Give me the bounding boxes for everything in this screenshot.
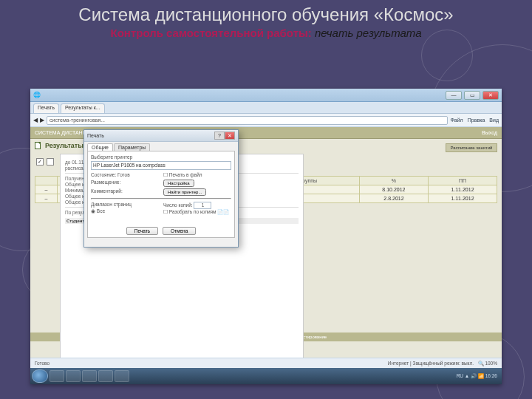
taskbar-icon[interactable] [50, 370, 64, 382]
range-all-radio[interactable]: ◉ Все [91, 208, 159, 214]
print-to-file-checkbox[interactable]: ☐ Печать в файл [163, 172, 231, 178]
table-header: % [359, 177, 428, 185]
dialog-tabs: Общие Параметры [84, 142, 238, 151]
find-printer-button[interactable]: Найти принтер... [163, 188, 206, 196]
checkbox[interactable]: ✓ [36, 158, 44, 166]
printer-select[interactable]: HP LaserJet P1005 на compclass [91, 161, 231, 170]
subtitle-italic: печать результата [312, 27, 422, 39]
menu-item[interactable]: Вид [489, 117, 499, 123]
browser-tab[interactable]: Печать [33, 103, 59, 113]
browser-menu: Файл Правка Вид [450, 117, 499, 123]
window-icon: 🌐 [33, 92, 41, 98]
slide-subtitle: Контроль самостоятельной работы: печать … [0, 27, 532, 44]
status-left: Готово [35, 361, 50, 366]
taskbar-icon[interactable] [82, 370, 97, 382]
checkbox[interactable] [47, 158, 54, 166]
taskbar: RU ▲ 🔊 📶 16:26 [30, 368, 502, 384]
zoom-level[interactable]: 100% [485, 361, 497, 366]
table-header: ПП [428, 177, 497, 185]
comment-row: Комментарий: [91, 188, 159, 196]
status-row: Состояние: Готов [91, 172, 159, 178]
dialog-title: Печать [87, 133, 214, 138]
subtitle-red: Контроль самостоятельной работы: [111, 27, 312, 39]
copies-label: Число копий: [163, 202, 193, 208]
dialog-help-button[interactable]: ? [214, 132, 225, 140]
dialog-titlebar: Печать ? ✕ [84, 130, 238, 142]
status-right: Интернет | Защищённый режим: выкл. 🔍 100… [388, 361, 497, 366]
cancel-button[interactable]: Отмена [163, 227, 196, 235]
dialog-body: Выберите принтер HP LaserJet P1005 на co… [87, 151, 235, 238]
address-input[interactable]: система-тренинговая... [47, 116, 448, 125]
schedule-button[interactable]: Расписание занятий [446, 143, 497, 152]
browser-status-bar: Готово Интернет | Защищённый режим: выкл… [30, 358, 502, 368]
dialog-tab-general[interactable]: Общие [87, 143, 113, 151]
logout-link[interactable]: Выход [482, 130, 497, 135]
close-button[interactable]: ✕ [482, 91, 499, 100]
table-cell: 2.8.2012 [359, 194, 428, 203]
menu-item[interactable]: Файл [450, 117, 463, 123]
browser-tab[interactable]: Результаты к... [61, 103, 105, 113]
table-cell: 1.11.2012 [428, 185, 497, 194]
taskbar-icon[interactable] [66, 370, 81, 382]
address-bar-row: ◀ ▶ система-тренинговая... Файл Правка В… [30, 114, 502, 127]
copies-input[interactable]: 1 [194, 202, 211, 209]
table-header [35, 177, 58, 185]
print-button[interactable]: Печать [126, 227, 158, 235]
forward-button[interactable]: ▶ [40, 117, 44, 123]
table-cell: 1.11.2012 [428, 194, 497, 203]
slide-title: Система дистанционного обучения «Космос» [0, 0, 532, 27]
start-button[interactable] [32, 369, 48, 383]
table-cell: 8.10.2012 [359, 185, 428, 194]
collate-checkbox[interactable]: ☐ Разобрать по копиям 📄📄 [163, 209, 231, 215]
taskbar-icon[interactable] [115, 370, 129, 382]
printer-label: Выберите принтер [91, 154, 231, 160]
security-mode: Интернет | Защищённый режим: выкл. [388, 361, 474, 366]
range-label: Диапазон страниц [91, 202, 159, 207]
minimize-button[interactable]: — [446, 91, 462, 100]
back-button[interactable]: ◀ [33, 117, 38, 123]
browser-tabs: Печать Результаты к... [30, 102, 502, 114]
dialog-tab-options[interactable]: Параметры [114, 143, 150, 151]
maximize-button[interactable]: ▭ [464, 91, 480, 100]
document-icon [35, 142, 41, 149]
table-cell: – [35, 185, 58, 194]
dialog-close-button[interactable]: ✕ [225, 132, 235, 140]
menu-item[interactable]: Правка [468, 117, 485, 123]
settings-button[interactable]: Настройка [163, 180, 194, 187]
screenshot-window: 🌐 — ▭ ✕ Печать Результаты к... ◀ ▶ систе… [30, 89, 502, 384]
print-dialog: Печать ? ✕ Общие Параметры Выберите прин… [83, 129, 239, 248]
checkbox-group: ✓ [36, 158, 54, 166]
system-tray[interactable]: RU ▲ 🔊 📶 16:26 [454, 373, 500, 379]
taskbar-icon[interactable] [98, 370, 113, 382]
window-titlebar: 🌐 — ▭ ✕ [30, 89, 502, 102]
table-cell: – [35, 194, 58, 203]
location-row: Размещение: [91, 180, 159, 187]
